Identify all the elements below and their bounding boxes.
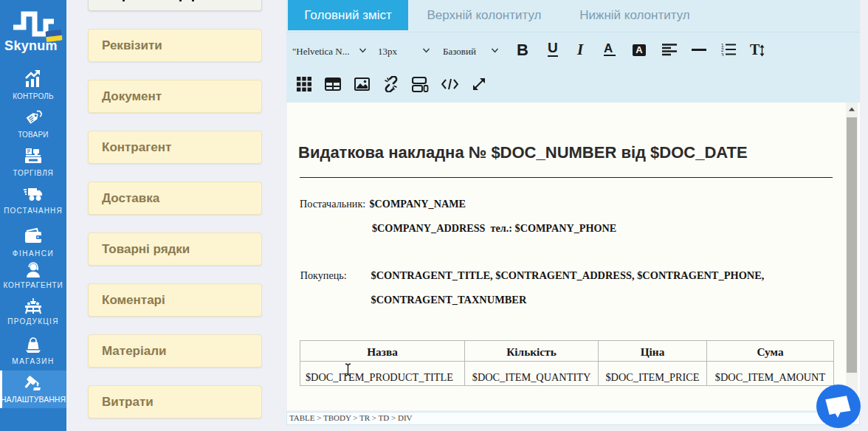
svg-text:3: 3 — [721, 52, 724, 57]
